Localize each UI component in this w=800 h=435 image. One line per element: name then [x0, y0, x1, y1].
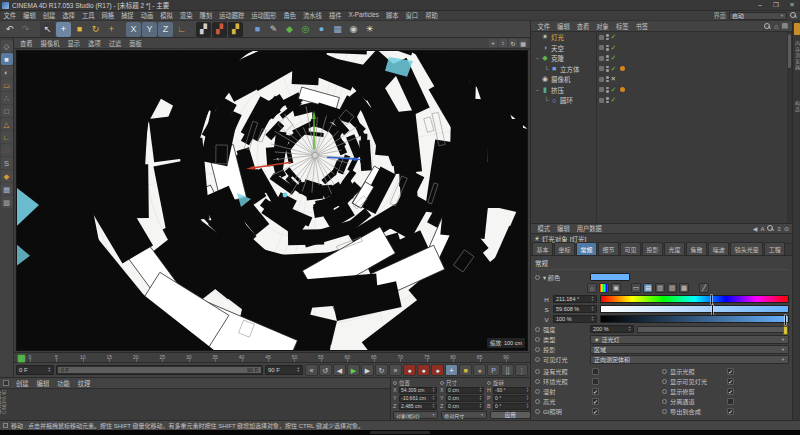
viewport-menu-4[interactable]: 过滤 — [105, 39, 126, 48]
coord-value-field[interactable]: -10.661 cm▲▼ — [399, 395, 437, 402]
prev-frame-button[interactable]: ◀ — [333, 364, 346, 376]
hsv-slider-S[interactable] — [600, 305, 789, 313]
frame-range-slider[interactable]: 0 F 90 F — [56, 365, 263, 375]
eyedropper-icon[interactable]: ╱ — [699, 283, 709, 293]
visibility-dots[interactable] — [606, 87, 609, 93]
object-manager-menu-3[interactable]: 对象 — [593, 22, 613, 31]
menu-11[interactable]: 运动跟踪 — [216, 11, 248, 20]
menu-15[interactable]: 插件 — [325, 11, 345, 20]
keyframe-selection-button[interactable]: ● — [431, 364, 444, 376]
slider-marker[interactable] — [711, 295, 712, 305]
add-camera-icon[interactable]: ◉ — [346, 22, 361, 37]
record-objects-button[interactable]: ● — [403, 364, 416, 376]
rotate-view-icon[interactable]: ↻ — [509, 39, 517, 47]
key-parameter-toggle[interactable]: P — [487, 364, 500, 376]
viewport-solo-icon[interactable]: ◌ — [1, 144, 13, 156]
enabled-toggle[interactable]: ✓ — [611, 86, 617, 94]
coord-size-dropdown[interactable]: 绝对尺寸 ▼ — [441, 411, 486, 419]
menu-0[interactable]: 文件 — [0, 11, 20, 20]
menu-14[interactable]: 流水线 — [300, 11, 326, 20]
undo-icon[interactable]: ↶ — [2, 22, 17, 37]
texture-mode-icon[interactable]: ◐ — [1, 66, 13, 78]
grid-b-icon[interactable]: ▩ — [1, 196, 13, 208]
auto-mode-icon[interactable]: A — [760, 226, 764, 232]
scrollbar-thumb[interactable] — [788, 34, 791, 68]
expander-icon[interactable]: − — [534, 87, 541, 93]
animation-dot-icon[interactable] — [535, 357, 540, 362]
timeline-ruler[interactable]: 051015202530354045505560657075808590 — [14, 352, 530, 363]
enabled-toggle[interactable]: ✓ — [611, 96, 617, 104]
hsv-field-H[interactable]: 211.184 °▲▼ — [553, 295, 597, 303]
key-pla-toggle[interactable]: ⣿ — [501, 364, 514, 376]
search-icon[interactable] — [790, 12, 797, 19]
hsv-field-V[interactable]: 100 %▲▼ — [553, 315, 597, 323]
viewport-menu-5[interactable]: 面板 — [125, 39, 146, 48]
tab-坐标[interactable]: 坐标 — [554, 242, 575, 255]
material-menu-0[interactable]: 创建 — [12, 379, 33, 388]
structure-tab[interactable]: 构造 — [794, 101, 800, 113]
tab-光度[interactable]: 光度 — [664, 242, 685, 255]
autokey-button[interactable]: ● — [417, 364, 430, 376]
visibility-dots[interactable] — [606, 45, 609, 51]
checkbox[interactable]: ✓ — [592, 388, 599, 395]
render-view-icon[interactable]: ▞ — [196, 22, 211, 37]
mode-swatches-button[interactable]: ▩ — [679, 283, 689, 293]
menu-8[interactable]: 模拟 — [157, 11, 177, 20]
spinner-icon[interactable]: ▲▼ — [591, 316, 594, 322]
checkbox[interactable]: ✓ — [727, 368, 734, 375]
model-mode-icon[interactable]: ■ — [1, 53, 13, 65]
menu-12[interactable]: 运动图形 — [248, 11, 280, 20]
object-row-1[interactable]: ◑天空✓ — [531, 43, 792, 54]
light-type-dropdown[interactable]: ☀ 泛光灯 ▼ — [590, 335, 789, 344]
spinner-icon[interactable]: ▲▼ — [591, 306, 594, 312]
add-deformer-icon[interactable]: ◎ — [298, 22, 313, 37]
animation-dot-icon[interactable] — [535, 327, 540, 332]
spinner-icon[interactable]: ▲▼ — [432, 403, 435, 409]
checkbox[interactable]: ✓ — [727, 378, 734, 385]
checkbox[interactable]: ✓ — [727, 388, 734, 395]
checkbox[interactable]: ✓ — [592, 408, 599, 415]
key-scale-toggle[interactable]: ■ — [459, 364, 472, 376]
maximize-button[interactable]: ❐ — [768, 0, 784, 10]
object-manager-menu-1[interactable]: 编辑 — [554, 22, 574, 31]
object-manager-menu-2[interactable]: 查看 — [573, 22, 593, 31]
content-browser-tab[interactable]: 内容浏览器 — [794, 41, 800, 71]
object-row-2[interactable]: −◆克隆✓ — [531, 53, 792, 64]
visibility-dots[interactable] — [606, 55, 609, 61]
hsv-field-S[interactable]: 59.608 %▲▼ — [553, 305, 597, 313]
coord-value-field[interactable]: 0 cm▲▼ — [446, 395, 484, 402]
close-button[interactable]: ✕ — [784, 0, 800, 10]
layer-toggle[interactable] — [599, 66, 604, 71]
mode-mixer-button[interactable]: ▨ — [667, 283, 677, 293]
coord-value-field[interactable]: 0 cm▲▼ — [446, 387, 484, 394]
visibility-dots[interactable] — [606, 34, 609, 40]
coord-value-field[interactable]: -90 °▲▼ — [493, 387, 531, 394]
spinner-icon[interactable]: ▲▼ — [432, 387, 435, 393]
phong-tag[interactable] — [620, 66, 625, 71]
layer-toggle[interactable] — [599, 87, 604, 92]
object-row-3[interactable]: └■立方体✓ — [531, 64, 792, 75]
checkbox[interactable] — [727, 398, 734, 405]
intensity-slider[interactable] — [637, 326, 789, 333]
color-image-icon[interactable]: ▣ — [611, 283, 621, 293]
slider-marker[interactable] — [712, 305, 713, 315]
live-selection-icon[interactable]: ↖ — [40, 22, 55, 37]
tab-工程[interactable]: 工程 — [764, 242, 785, 255]
menu-5[interactable]: 网格 — [98, 11, 118, 20]
tab-噪波[interactable]: 噪波 — [708, 242, 729, 255]
object-manager-menu-5[interactable]: 书签 — [632, 22, 652, 31]
mode-rgb-button[interactable]: ▭ — [631, 283, 641, 293]
checkbox[interactable] — [592, 378, 599, 385]
enable-snap-icon[interactable]: S — [1, 157, 13, 169]
viewport-menu-3[interactable]: 选项 — [84, 39, 105, 48]
visibility-dots[interactable] — [606, 76, 609, 82]
loop-button[interactable]: ↻ — [375, 364, 388, 376]
next-frame-button[interactable]: ▶ — [361, 364, 374, 376]
object-row-4[interactable]: ◉摄像机✕ — [531, 74, 792, 85]
scale-tool-icon[interactable]: ■ — [72, 22, 87, 37]
hsv-slider-H[interactable] — [600, 295, 789, 303]
render-region-icon[interactable]: ▞ — [212, 22, 227, 37]
coord-value-field[interactable]: 0 °▲▼ — [493, 403, 531, 410]
axis-x-icon[interactable]: X — [126, 22, 141, 37]
attribute-menu-1[interactable]: 编辑 — [554, 224, 574, 233]
